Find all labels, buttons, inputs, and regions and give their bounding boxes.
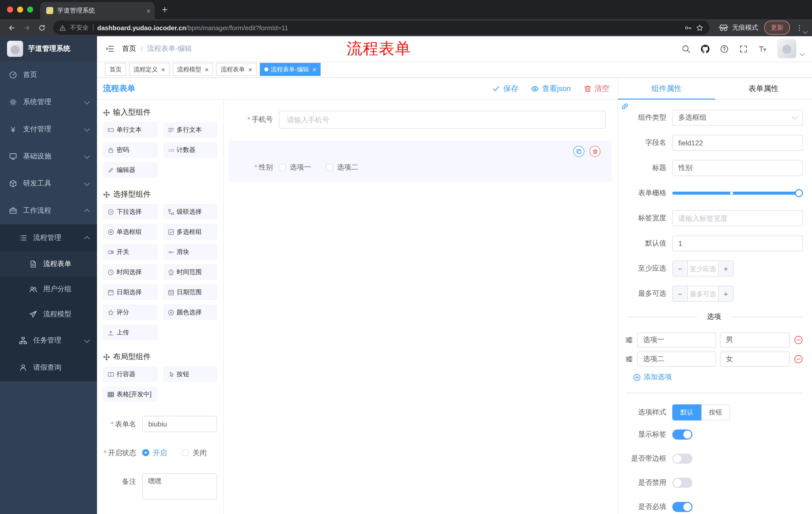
slider-handle[interactable] bbox=[795, 189, 803, 197]
palette-item-multi-line-text[interactable]: 多行文本 bbox=[163, 122, 217, 137]
show-label-switch[interactable] bbox=[672, 430, 692, 439]
copy-component-button[interactable] bbox=[573, 146, 584, 157]
field-name-input[interactable] bbox=[672, 135, 803, 151]
minimize-window-button[interactable] bbox=[17, 6, 23, 12]
palette-item-time-picker[interactable]: 时间选择 bbox=[103, 265, 157, 280]
reload-button[interactable] bbox=[35, 21, 48, 34]
gender-checkbox-option-2[interactable]: 选项二 bbox=[326, 163, 358, 172]
title-input[interactable] bbox=[672, 160, 803, 176]
browser-tab[interactable]: 芋道管理系统 × bbox=[40, 2, 155, 19]
phone-input[interactable] bbox=[279, 111, 606, 129]
add-option-button[interactable]: 添加选项 bbox=[633, 373, 803, 382]
sidebar-item-home[interactable]: 首页 bbox=[0, 61, 97, 88]
tab-form-properties[interactable]: 表单属性 bbox=[715, 78, 812, 99]
palette-item-rate[interactable]: 评分 bbox=[103, 305, 157, 320]
min-select-input[interactable] bbox=[688, 261, 718, 276]
palette-item-date-picker[interactable]: 日期选择 bbox=[103, 285, 157, 300]
status-on-radio[interactable]: 开启 bbox=[142, 444, 167, 461]
palette-item-date-range[interactable]: 日期范围 bbox=[163, 285, 217, 300]
remove-option-icon[interactable] bbox=[794, 355, 803, 363]
palette-item-color-picker[interactable]: 颜色选择 bbox=[163, 305, 217, 320]
breadcrumb-home[interactable]: 首页 bbox=[122, 44, 136, 53]
tag-process-form[interactable]: 流程表单 × bbox=[216, 63, 257, 76]
palette-item-checkbox-group[interactable]: 多选框组 bbox=[163, 224, 217, 239]
address-bar[interactable]: 不安全 dashboard.yudao.iocoder.cn/bpm/manag… bbox=[53, 21, 709, 35]
form-name-input[interactable] bbox=[142, 416, 217, 432]
canvas-field-gender-selected[interactable]: *性别 选项一 选项二 bbox=[229, 141, 611, 182]
status-off-radio[interactable]: 关闭 bbox=[182, 444, 207, 461]
palette-item-radio-group[interactable]: 单选框组 bbox=[103, 224, 157, 239]
max-select-input[interactable] bbox=[688, 286, 718, 301]
help-icon[interactable] bbox=[720, 45, 729, 53]
sidebar-item-devtool[interactable]: 研发工具 bbox=[0, 170, 97, 197]
sidebar-item-task-management[interactable]: 任务管理 bbox=[0, 327, 97, 354]
palette-item-password[interactable]: 密码 bbox=[103, 142, 157, 157]
delete-component-button[interactable] bbox=[589, 146, 601, 157]
increase-button[interactable]: + bbox=[718, 261, 733, 276]
update-button[interactable]: 更新 bbox=[764, 21, 790, 35]
drag-handle-icon[interactable] bbox=[625, 355, 633, 363]
back-button[interactable] bbox=[5, 21, 18, 34]
default-value-input[interactable] bbox=[672, 235, 803, 251]
sidebar-item-process-management[interactable]: 流程管理 bbox=[0, 224, 97, 251]
palette-item-counter[interactable]: 123 计数器 bbox=[163, 142, 217, 157]
palette-item-time-range[interactable]: 时间范围 bbox=[163, 265, 217, 280]
option-label-input[interactable] bbox=[637, 352, 716, 367]
sidebar-logo[interactable]: 芋道管理系统 bbox=[0, 36, 97, 61]
github-icon[interactable] bbox=[701, 45, 709, 53]
save-button[interactable]: 保存 bbox=[493, 84, 518, 93]
palette-item-slider[interactable]: 滑块 bbox=[163, 244, 217, 260]
component-type-select[interactable]: 多选框组 bbox=[672, 110, 803, 126]
palette-item-select[interactable]: 下拉选择 bbox=[103, 204, 157, 219]
sidebar-item-payment[interactable]: ¥ 支付管理 bbox=[0, 116, 97, 143]
increase-button[interactable]: + bbox=[718, 286, 733, 301]
search-icon[interactable] bbox=[682, 45, 690, 53]
palette-item-cascader[interactable]: 级联选择 bbox=[163, 204, 217, 219]
gender-checkbox-option-1[interactable]: 选项一 bbox=[279, 163, 311, 172]
decrease-button[interactable]: − bbox=[673, 261, 688, 276]
forward-button[interactable] bbox=[20, 21, 33, 34]
tag-process-definition[interactable]: 流程定义 × bbox=[129, 63, 170, 76]
sidebar-item-leave-query[interactable]: 请假查询 bbox=[0, 354, 97, 381]
label-width-input[interactable] bbox=[672, 210, 803, 226]
option-label-input[interactable] bbox=[637, 332, 716, 348]
palette-item-table[interactable]: 表格[开发中] bbox=[103, 387, 157, 402]
tag-close-icon[interactable]: × bbox=[248, 66, 252, 73]
tag-close-icon[interactable]: × bbox=[313, 66, 316, 73]
hamburger-icon[interactable] bbox=[105, 44, 114, 53]
palette-item-row-container[interactable]: 行容器 bbox=[103, 367, 157, 382]
avatar[interactable] bbox=[777, 39, 796, 58]
border-switch[interactable] bbox=[672, 454, 692, 464]
key-icon[interactable] bbox=[685, 24, 692, 31]
grid-slider[interactable] bbox=[672, 185, 803, 201]
bookmark-star-icon[interactable] bbox=[696, 24, 703, 31]
remove-option-icon[interactable] bbox=[794, 335, 803, 345]
clear-button[interactable]: 清空 bbox=[584, 84, 609, 93]
tag-process-form-edit[interactable]: 流程表单-编辑 × bbox=[260, 63, 321, 76]
remark-textarea[interactable]: 嘿嘿 bbox=[142, 473, 217, 499]
tab-component-properties[interactable]: 组件属性 bbox=[618, 78, 715, 99]
palette-item-editor[interactable]: 编辑器 bbox=[103, 162, 157, 178]
canvas-field-phone[interactable]: *手机号 bbox=[229, 111, 606, 129]
font-size-icon[interactable] bbox=[758, 45, 767, 53]
option-value-input[interactable] bbox=[720, 352, 790, 367]
palette-item-upload[interactable]: 上传 bbox=[103, 325, 157, 340]
disabled-switch[interactable] bbox=[672, 478, 692, 488]
close-window-button[interactable] bbox=[7, 6, 13, 12]
style-default-button[interactable]: 默认 bbox=[672, 404, 701, 421]
tag-process-model[interactable]: 流程模型 × bbox=[173, 63, 213, 76]
link-icon[interactable] bbox=[620, 102, 629, 111]
option-value-input[interactable] bbox=[720, 332, 790, 348]
sidebar-item-system[interactable]: 系统管理 bbox=[0, 88, 97, 116]
view-json-button[interactable]: 查看json bbox=[531, 84, 571, 93]
tab-close-icon[interactable]: × bbox=[146, 7, 151, 14]
zoom-window-button[interactable] bbox=[27, 6, 33, 12]
slider-track[interactable] bbox=[672, 192, 799, 195]
sidebar-item-user-group[interactable]: 用户分组 bbox=[0, 277, 97, 302]
drag-handle-icon[interactable] bbox=[625, 336, 633, 344]
required-switch[interactable] bbox=[672, 502, 692, 512]
palette-item-single-line-text[interactable]: 单行文本 bbox=[103, 122, 157, 137]
palette-item-button[interactable]: 按钮 bbox=[163, 367, 217, 382]
sidebar-item-process-form[interactable]: 流程表单 bbox=[0, 251, 97, 277]
tag-home[interactable]: 首页 bbox=[105, 63, 126, 76]
